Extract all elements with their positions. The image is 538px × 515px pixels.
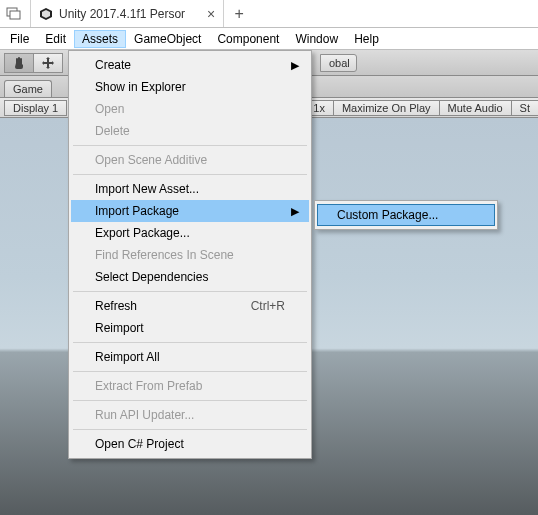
menu-refresh[interactable]: Refresh Ctrl+R (71, 295, 309, 317)
menu-separator (73, 291, 307, 292)
menu-export-package[interactable]: Export Package... (71, 222, 309, 244)
menu-create[interactable]: Create ▶ (71, 54, 309, 76)
menu-separator (73, 400, 307, 401)
menu-find-references: Find References In Scene (71, 244, 309, 266)
submenu-arrow-icon: ▶ (291, 59, 299, 72)
game-tab-label: Game (13, 83, 43, 95)
menu-edit[interactable]: Edit (37, 30, 74, 48)
menu-component[interactable]: Component (209, 30, 287, 48)
app-tab-label: Unity 2017.4.1f1 Persor (59, 7, 185, 21)
menu-assets[interactable]: Assets (74, 30, 126, 48)
menu-run-api-updater: Run API Updater... (71, 404, 309, 426)
menu-separator (73, 429, 307, 430)
menu-help[interactable]: Help (346, 30, 387, 48)
app-tab[interactable]: Unity 2017.4.1f1 Persor × (31, 0, 224, 27)
menu-open: Open (71, 98, 309, 120)
menu-reimport-all[interactable]: Reimport All (71, 346, 309, 368)
menu-import-package[interactable]: Import Package ▶ (71, 200, 309, 222)
menu-separator (73, 371, 307, 372)
menu-open-csharp-project[interactable]: Open C# Project (71, 433, 309, 455)
menu-refresh-shortcut: Ctrl+R (251, 299, 285, 313)
move-icon (41, 56, 55, 70)
menu-show-in-explorer[interactable]: Show in Explorer (71, 76, 309, 98)
menu-import-new-asset[interactable]: Import New Asset... (71, 178, 309, 200)
display-selector[interactable]: Display 1 (4, 100, 67, 116)
hand-tool-button[interactable] (4, 53, 34, 73)
toolbar-obal-button[interactable]: obal (320, 54, 357, 72)
menu-window[interactable]: Window (287, 30, 346, 48)
close-tab-icon[interactable]: × (207, 6, 215, 22)
menu-create-label: Create (95, 58, 131, 72)
maximize-on-play-toggle[interactable]: Maximize On Play (333, 100, 440, 116)
menu-delete: Delete (71, 120, 309, 142)
menu-bar: File Edit Assets GameObject Component Wi… (0, 28, 538, 50)
menu-refresh-label: Refresh (95, 299, 137, 313)
menu-separator (73, 342, 307, 343)
window-controls-tab (0, 0, 31, 27)
move-tool-button[interactable] (33, 53, 63, 73)
menu-select-dependencies[interactable]: Select Dependencies (71, 266, 309, 288)
menu-file[interactable]: File (2, 30, 37, 48)
submenu-custom-package[interactable]: Custom Package... (317, 204, 495, 226)
unity-logo-icon (39, 7, 53, 21)
stats-toggle[interactable]: St (511, 100, 538, 116)
title-bar: Unity 2017.4.1f1 Persor × + (0, 0, 538, 28)
menu-reimport[interactable]: Reimport (71, 317, 309, 339)
menu-separator (73, 174, 307, 175)
new-tab-button[interactable]: + (224, 0, 254, 27)
menu-extract-from-prefab: Extract From Prefab (71, 375, 309, 397)
svg-rect-1 (10, 11, 20, 19)
mute-audio-toggle[interactable]: Mute Audio (439, 100, 512, 116)
submenu-arrow-icon: ▶ (291, 205, 299, 218)
assets-dropdown-menu: Create ▶ Show in Explorer Open Delete Op… (68, 50, 312, 459)
import-package-submenu: Custom Package... (314, 200, 498, 230)
menu-open-scene-additive: Open Scene Additive (71, 149, 309, 171)
game-tab[interactable]: Game (4, 80, 52, 97)
menu-separator (73, 145, 307, 146)
menu-import-package-label: Import Package (95, 204, 179, 218)
menu-gameobject[interactable]: GameObject (126, 30, 209, 48)
hand-icon (12, 56, 26, 70)
cascade-icon (6, 7, 22, 21)
